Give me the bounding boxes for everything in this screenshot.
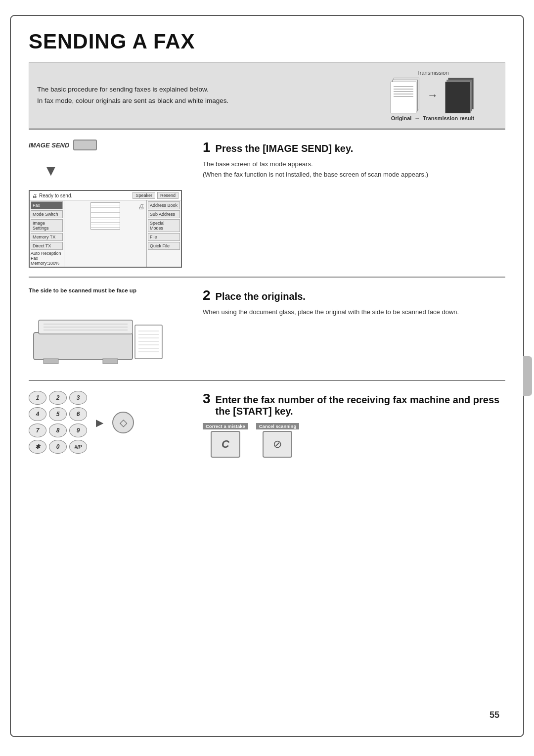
transmission-diagram: Transmission → Original → T — [368, 70, 497, 121]
original-docs — [391, 78, 420, 113]
cancel-scanning-label: Cancel scanning — [256, 423, 300, 429]
fax-btn-fax[interactable]: Fax — [31, 201, 63, 209]
scanner-illustration — [29, 305, 187, 371]
step3-left: 1 2 3 4 5 6 7 8 9 ✱ 0 #/P ▶ ◇ — [29, 391, 187, 458]
cancel-scanning-button[interactable]: ⊘ — [263, 431, 292, 458]
svg-rect-5 — [44, 359, 58, 364]
fax-doc-preview — [90, 202, 120, 230]
image-send-key-row: IMAGE SEND — [29, 140, 187, 150]
fax-memory: Fax Memory:100% — [31, 256, 63, 266]
fax-screen-top: 🖨 Ready to send. Speaker Resend — [30, 191, 181, 200]
fax-screen: 🖨 Ready to send. Speaker Resend Fax Mode… — [29, 190, 182, 268]
fax-btn-special-modes[interactable]: Special Modes — [148, 219, 180, 232]
correct-mistake-label: Correct a mistake — [203, 423, 248, 429]
step1-number: 1 — [203, 140, 211, 155]
key-4[interactable]: 4 — [29, 407, 46, 421]
correct-btn-text: C — [222, 438, 229, 451]
intro-box: The basic procedure for sending faxes is… — [29, 62, 505, 129]
image-send-button[interactable] — [73, 140, 97, 150]
fax-btn-address-book[interactable]: Address Book — [148, 201, 180, 209]
image-send-label: IMAGE SEND — [29, 142, 69, 149]
step1-header: 1 Press the [IMAGE SEND] key. — [203, 140, 505, 155]
fax-top-buttons: Speaker Resend — [133, 192, 178, 199]
step1-right: 1 Press the [IMAGE SEND] key. The base s… — [203, 140, 505, 268]
keypad: 1 2 3 4 5 6 7 8 9 ✱ 0 #/P — [29, 391, 87, 454]
page-title: SENDING A FAX — [29, 30, 505, 53]
step3-title: Enter the fax number of the receiving fa… — [216, 394, 505, 417]
step1-title: Press the [IMAGE SEND] key. — [216, 143, 354, 154]
key-6[interactable]: 6 — [69, 407, 87, 421]
resend-btn[interactable]: Resend — [157, 192, 178, 199]
result-front — [445, 82, 471, 113]
transmission-images: → — [391, 78, 475, 113]
step2-number: 2 — [203, 287, 211, 303]
face-up-label: The side to be scanned must be face up — [29, 287, 187, 293]
correct-mistake-wrapper: Correct a mistake C — [203, 423, 248, 458]
trans-caption: Original → Transmission result — [391, 115, 475, 121]
fax-screen-main: 🖨 — [64, 200, 146, 267]
step1-section: IMAGE SEND ▼ 🖨 Ready to send. Speaker Re… — [29, 130, 505, 278]
fax-status-text: Ready to send. — [39, 193, 72, 198]
step2-right: 2 Place the originals. When using the do… — [203, 287, 505, 371]
keypad-arrow-icon: ▶ — [96, 417, 103, 428]
key-5[interactable]: 5 — [49, 407, 67, 421]
key-1[interactable]: 1 — [29, 391, 46, 405]
cancel-scanning-wrapper: Cancel scanning ⊘ — [256, 423, 300, 458]
page-number: 55 — [490, 710, 499, 720]
speaker-btn[interactable]: Speaker — [133, 192, 155, 199]
step3-section: 1 2 3 4 5 6 7 8 9 ✱ 0 #/P ▶ ◇ 3 — [29, 381, 505, 467]
keypad-area: 1 2 3 4 5 6 7 8 9 ✱ 0 #/P ▶ ◇ — [29, 391, 187, 454]
svg-rect-0 — [34, 332, 133, 360]
step1-desc2: (When the fax function is not installed,… — [203, 170, 505, 180]
fax-screen-body: Fax Mode Switch Image Settings Memory TX… — [30, 200, 181, 267]
step2-section: The side to be scanned must be face up — [29, 278, 505, 381]
arrow-symbol: → — [414, 115, 420, 121]
down-arrow-icon: ▼ — [44, 162, 187, 179]
step3-right: 3 Enter the fax number of the receiving … — [203, 391, 505, 458]
intro-line2: In fax mode, colour originals are sent a… — [37, 95, 228, 107]
fax-btn-memory-tx[interactable]: Memory TX — [31, 233, 63, 241]
result-docs — [445, 78, 475, 113]
fax-btn-direct-tx[interactable]: Direct TX — [31, 242, 63, 250]
key-7[interactable]: 7 — [29, 424, 46, 437]
key-0[interactable]: 0 — [49, 440, 67, 454]
intro-line1: The basic procedure for sending faxes is… — [37, 84, 228, 95]
fax-btn-file[interactable]: File — [148, 233, 180, 241]
step3-number: 3 — [203, 391, 211, 407]
original-label: Original — [391, 115, 412, 121]
intro-text: The basic procedure for sending faxes is… — [37, 84, 228, 107]
transmission-arrow: → — [427, 89, 438, 102]
fax-status: 🖨 Ready to send. — [32, 193, 72, 198]
correct-mistake-button[interactable]: C — [211, 431, 240, 458]
key-3[interactable]: 3 — [69, 391, 87, 405]
fax-auto-reception: Auto Reception — [31, 251, 63, 256]
start-key[interactable]: ◇ — [112, 412, 134, 433]
step2-header: 2 Place the originals. — [203, 287, 505, 303]
step1-left: IMAGE SEND ▼ 🖨 Ready to send. Speaker Re… — [29, 140, 187, 268]
fax-printer-icon: 🖨 — [137, 202, 144, 210]
key-star[interactable]: ✱ — [29, 440, 46, 454]
step2-left: The side to be scanned must be face up — [29, 287, 187, 371]
step2-desc: When using the document glass, place the… — [203, 307, 505, 318]
cancel-btn-symbol: ⊘ — [273, 438, 282, 451]
fax-btn-image-settings[interactable]: Image Settings — [31, 219, 63, 232]
svg-rect-7 — [135, 325, 162, 359]
fax-btn-sub-address[interactable]: Sub Address — [148, 210, 180, 218]
side-tab — [523, 356, 532, 396]
fax-btn-mode-switch[interactable]: Mode Switch — [31, 210, 63, 218]
step1-desc1: The base screen of fax mode appears. — [203, 159, 505, 170]
step2-title: Place the originals. — [216, 291, 306, 302]
key-9[interactable]: 9 — [69, 424, 87, 437]
svg-rect-6 — [103, 359, 118, 364]
key-2[interactable]: 2 — [49, 391, 67, 405]
result-label: Transmission result — [423, 115, 474, 121]
fax-screen-right: Address Book Sub Address Special Modes F… — [146, 200, 181, 267]
step3-header: 3 Enter the fax number of the receiving … — [203, 391, 505, 417]
fax-screen-left: Fax Mode Switch Image Settings Memory TX… — [30, 200, 64, 267]
correct-box: Correct a mistake C Cancel scanning ⊘ — [203, 423, 505, 458]
key-hash[interactable]: #/P — [69, 440, 87, 454]
fax-btn-quick-file[interactable]: Quick File — [148, 242, 180, 250]
doc-front — [391, 82, 416, 113]
transmission-label: Transmission — [417, 70, 449, 76]
key-8[interactable]: 8 — [49, 424, 67, 437]
